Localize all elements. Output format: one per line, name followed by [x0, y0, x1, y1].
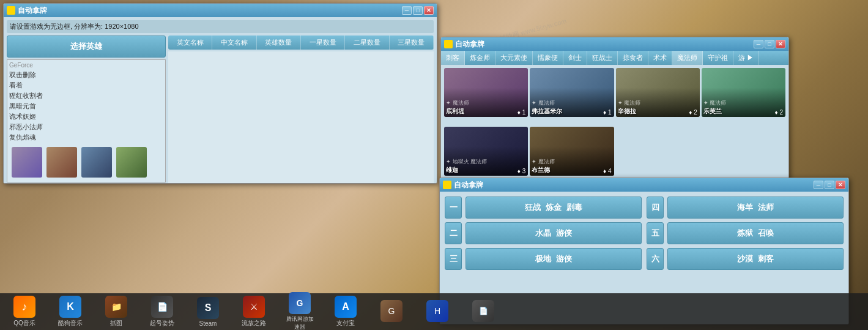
hero-card-3[interactable]: ✦ 魔法师 辛德拉 ♦ 2	[616, 68, 700, 117]
sidebar-item-3[interactable]: 猩红收割者	[9, 91, 163, 100]
posture-icon: 📄	[151, 296, 173, 318]
taskbar-kuwo[interactable]: K 酷狗音乐	[49, 293, 92, 330]
desktop: 图片来自小箱辅助网 www.5izyw.com 图片来自小箱辅助网 www.5i…	[0, 0, 868, 330]
hero-card-4[interactable]: ✦ 魔法师 乐芙兰 ♦ 2	[702, 68, 785, 117]
th-chinese-name: 中文名称	[212, 36, 256, 50]
window1-left-panel: 选择英雄 GeForce 双击删除 看着 猩红收割者 黑暗元首 诡术妖姬 邪恶小…	[7, 36, 166, 184]
steam-label: Steam	[199, 320, 217, 327]
combo-num-3: 三	[445, 248, 462, 270]
taskbar-qq-music[interactable]: ♪ QQ音乐	[3, 293, 46, 330]
titlebar-2: 自动拿牌 ─ □ ✕	[441, 37, 788, 51]
draw-icon: 📁	[105, 296, 127, 318]
tab-mage[interactable]: 魔法师	[672, 51, 703, 65]
window1-main: 选择英雄 GeForce 双击删除 看着 猩红收割者 黑暗元首 诡术妖姬 邪恶小…	[7, 36, 434, 184]
th-star2-count: 二星数量	[345, 36, 389, 50]
sidebar-item-7[interactable]: 复仇焰魂	[9, 132, 163, 142]
qq-music-icon: ♪	[13, 296, 35, 318]
kuwo-icon: K	[59, 296, 81, 318]
unknown3-icon: 📄	[472, 300, 494, 322]
tab-noble[interactable]: 懦豢便	[533, 51, 563, 65]
titlebar-1: 自动拿牌 ─ □ ✕	[4, 4, 437, 17]
tab-alchemist[interactable]: 炼金师	[465, 51, 495, 65]
taskbar-posture[interactable]: 📄 起号姿势	[141, 293, 184, 330]
maximize-btn-2[interactable]: □	[765, 40, 774, 48]
taskbar-unknown2[interactable]: H	[416, 298, 459, 326]
avatar-1	[12, 147, 42, 178]
combo-row-6: 六 沙漠 刺客	[647, 248, 844, 270]
title-icon-2	[444, 40, 453, 48]
table-body	[168, 51, 434, 184]
window-hero-select: 自动拿牌 ─ □ ✕ 刺客 炼金师 大元素使 懦豢便 剑士 狂战士 掠食者 术术…	[440, 37, 789, 187]
minimize-btn-2[interactable]: ─	[754, 40, 763, 48]
avatar-2	[46, 147, 77, 178]
hero-grid: ✦ 魔法师 底利堤 ♦ 1 ✦ 魔法师 弗拉基米尔 ♦ 1 ✦ 魔法	[441, 65, 788, 186]
taskbar-steam[interactable]: S Steam	[187, 294, 229, 329]
taskbar-poe[interactable]: ⚔ 流放之路	[232, 293, 275, 330]
sidebar-item-6[interactable]: 邪恶小法师	[9, 122, 163, 132]
combo-btn-4[interactable]: 海羊 法师	[667, 197, 844, 219]
combo-num-4: 四	[647, 197, 664, 219]
tab-berserker[interactable]: 狂战士	[587, 51, 618, 65]
taskbar-draw[interactable]: 📁 抓图	[95, 293, 138, 330]
combo-row-2: 二 水晶 游侠	[445, 222, 642, 244]
combo-num-1: 一	[445, 197, 462, 219]
poe-label: 流放之路	[242, 319, 266, 328]
combo-row-4: 四 海羊 法师	[647, 197, 844, 219]
combo-num-2: 二	[445, 222, 462, 244]
window-title-2: 自动拿牌	[455, 39, 484, 50]
combo-btn-6[interactable]: 沙漠 刺客	[667, 248, 844, 270]
taskbar-unknown1[interactable]: G	[370, 298, 413, 326]
hero-type-tabs: 刺客 炼金师 大元素使 懦豢便 剑士 狂战士 掠食者 术术 魔法师 守护祖 游 …	[441, 51, 788, 65]
steam-icon: S	[197, 297, 219, 319]
sidebar-item-5[interactable]: 诡术妖姬	[9, 111, 163, 121]
combo-row-5: 五 炼狱 召唤	[647, 222, 844, 244]
qq-music-label: QQ音乐	[13, 319, 35, 328]
combo-btn-5[interactable]: 炼狱 召唤	[667, 222, 844, 244]
taskbar-tencent[interactable]: G 腾讯网游加速器	[278, 290, 321, 330]
th-english-name: 英文名称	[168, 36, 212, 50]
close-btn-3[interactable]: ✕	[836, 181, 845, 189]
title-icon-1	[7, 6, 15, 15]
tab-assassin[interactable]: 刺客	[441, 51, 465, 65]
th-hero-count: 英雄数量	[257, 36, 301, 50]
minimize-btn-1[interactable]: ─	[402, 6, 412, 15]
poe-icon: ⚔	[243, 296, 265, 318]
sidebar-item-1[interactable]: 双击删除	[9, 70, 163, 80]
window-title-3: 自动拿牌	[454, 180, 483, 190]
window1-right-panel: 英文名称 中文名称 英雄数量 一星数量 二星数量 三星数量	[168, 36, 434, 184]
sidebar-item-4[interactable]: 黑暗元首	[9, 101, 163, 111]
sidebar-item-2[interactable]: 看着	[9, 80, 163, 90]
tab-elementalist[interactable]: 大元素使	[495, 51, 533, 65]
close-btn-1[interactable]: ✕	[424, 6, 434, 15]
title-icon-3	[443, 181, 451, 189]
tab-skill[interactable]: 术术	[648, 51, 672, 65]
close-btn-2[interactable]: ✕	[776, 40, 785, 48]
alipay-label: 支付宝	[336, 319, 355, 328]
taskbar-alipay[interactable]: A 支付宝	[324, 293, 367, 330]
tab-more[interactable]: 游 ▶	[733, 51, 759, 65]
tencent-label: 腾讯网游加速器	[286, 315, 314, 330]
maximize-btn-1[interactable]: □	[413, 6, 423, 15]
avatar-3	[81, 147, 112, 178]
hero-card-1[interactable]: ✦ 魔法师 底利堤 ♦ 1	[444, 68, 528, 117]
tab-predator[interactable]: 掠食者	[618, 51, 648, 65]
select-hero-btn[interactable]: 选择英雄	[7, 36, 166, 58]
hero-card-2[interactable]: ✦ 魔法师 弗拉基米尔 ♦ 1	[530, 68, 614, 117]
combo-btn-3[interactable]: 极地 游侠	[466, 248, 642, 270]
taskbar-unknown3[interactable]: 📄	[462, 298, 505, 326]
th-star3-count: 三星数量	[390, 36, 434, 50]
combo-btn-2[interactable]: 水晶 游侠	[466, 222, 642, 244]
hero-card-6[interactable]: ✦ 魔法师 布兰德 ♦ 4	[530, 127, 614, 176]
window-controls-1: ─ □ ✕	[402, 6, 434, 15]
minimize-btn-3[interactable]: ─	[814, 181, 823, 189]
draw-label: 抓图	[110, 319, 122, 328]
unknown1-icon: G	[380, 300, 402, 322]
combo-btn-1[interactable]: 狂战 炼金 剧毒	[466, 197, 642, 219]
window2-body: 刺客 炼金师 大元素使 懦豢便 剑士 狂战士 掠食者 术术 魔法师 守护祖 游 …	[441, 51, 788, 186]
tab-guardian[interactable]: 守护祖	[703, 51, 733, 65]
alipay-icon: A	[335, 296, 357, 318]
hero-card-5[interactable]: ✦ 地狱火 魔法师 维迦 ♦ 3	[444, 127, 528, 176]
tab-swordsman[interactable]: 剑士	[563, 51, 587, 65]
maximize-btn-3[interactable]: □	[825, 181, 834, 189]
combo-row-3: 三 极地 游侠	[445, 248, 642, 270]
